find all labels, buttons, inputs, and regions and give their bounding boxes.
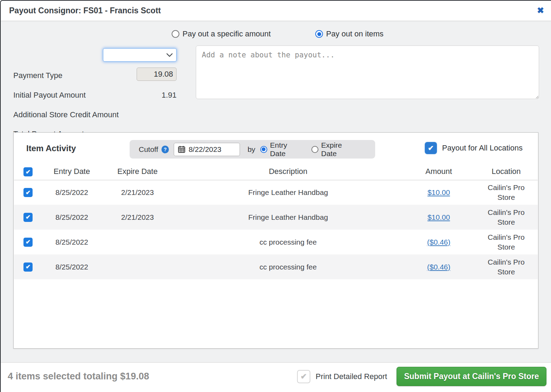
item-activity-panel: Item Activity Cutoff ? 8/22/2023 by Entr… bbox=[13, 132, 538, 349]
chevron-down-icon bbox=[166, 53, 173, 57]
payout-note-textarea[interactable] bbox=[196, 46, 539, 99]
modal-footer: 4 items selected totaling $19.08 ✔ Print… bbox=[1, 362, 551, 392]
cell-description: cc processing fee bbox=[173, 230, 403, 254]
radio-by-entry-date[interactable]: Entry Date bbox=[260, 141, 304, 158]
item-activity-table: ✔ Entry Date Expire Date Description Amo… bbox=[14, 163, 538, 279]
cutoff-date-input[interactable]: 8/22/2023 bbox=[174, 143, 240, 156]
radio-circle-icon[interactable] bbox=[172, 30, 179, 38]
table-row: ✔ 8/25/2022 2/21/2023 Fringe Leather Han… bbox=[14, 205, 538, 230]
col-entry-date: Entry Date bbox=[42, 163, 102, 180]
select-all-checkbox[interactable]: ✔ bbox=[23, 167, 33, 176]
amount-link[interactable]: ($0.46) bbox=[427, 263, 450, 271]
checkbox-checked-icon[interactable]: ✔ bbox=[425, 142, 437, 154]
cell-expire-date bbox=[102, 230, 173, 254]
initial-payout-label: Initial Payout Amount bbox=[13, 91, 86, 100]
radio-pay-items-label: Pay out on items bbox=[326, 29, 384, 38]
payout-modal: Payout Consignor: FS01 - Francis Scott ✖… bbox=[0, 0, 551, 392]
radio-circle-icon[interactable] bbox=[260, 146, 267, 153]
cell-location: Cailin's Pro Store bbox=[475, 230, 538, 254]
row-checkbox[interactable]: ✔ bbox=[23, 262, 33, 272]
calendar-icon bbox=[178, 146, 185, 153]
cell-expire-date bbox=[102, 254, 173, 279]
checkbox-disabled-check-icon[interactable]: ✔ bbox=[297, 370, 310, 383]
modal-title: Payout Consignor: FS01 - Francis Scott bbox=[9, 1, 161, 20]
radio-circle-icon[interactable] bbox=[315, 30, 323, 38]
table-header-row: ✔ Entry Date Expire Date Description Amo… bbox=[14, 163, 538, 180]
cell-entry-date: 8/25/2022 bbox=[42, 180, 102, 205]
col-expire-date: Expire Date bbox=[102, 163, 173, 180]
table-row: ✔ 8/25/2022 cc processing fee ($0.46) Ca… bbox=[14, 230, 538, 254]
cell-description: cc processing fee bbox=[173, 254, 403, 279]
payment-type-select[interactable] bbox=[103, 48, 177, 62]
payout-all-locations-toggle[interactable]: ✔ Payout for All Locations bbox=[425, 142, 523, 154]
cell-entry-date: 8/25/2022 bbox=[42, 254, 102, 279]
initial-payout-input[interactable] bbox=[137, 68, 177, 81]
cell-location: Cailin's Pro Store bbox=[475, 205, 538, 230]
cell-description: Fringe Leather Handbag bbox=[173, 180, 403, 205]
col-description: Description bbox=[173, 163, 403, 180]
payment-type-label: Payment Type bbox=[13, 71, 62, 80]
modal-header: Payout Consignor: FS01 - Francis Scott ✖ bbox=[1, 1, 551, 21]
all-locations-label: Payout for All Locations bbox=[442, 144, 523, 153]
store-credit-label: Additional Store Credit Amount bbox=[13, 110, 119, 119]
expire-date-option-label: Expire Date bbox=[321, 141, 359, 158]
radio-pay-on-items[interactable]: Pay out on items bbox=[315, 29, 384, 38]
by-label: by bbox=[248, 145, 255, 154]
table-row: ✔ 8/25/2022 2/21/2023 Fringe Leather Han… bbox=[14, 180, 538, 205]
entry-date-option-label: Entry Date bbox=[270, 141, 304, 158]
table-row: ✔ 8/25/2022 cc processing fee ($0.46) Ca… bbox=[14, 254, 538, 279]
selection-summary: 4 items selected totaling $19.08 bbox=[8, 371, 149, 382]
radio-by-expire-date[interactable]: Expire Date bbox=[311, 141, 359, 158]
radio-pay-specific-amount[interactable]: Pay out a specific amount bbox=[172, 29, 271, 38]
print-detailed-report-toggle[interactable]: ✔ Print Detailed Report bbox=[297, 370, 387, 383]
row-checkbox[interactable]: ✔ bbox=[23, 238, 33, 247]
radio-circle-icon[interactable] bbox=[311, 146, 318, 153]
store-credit-value: 1.91 bbox=[137, 91, 177, 100]
amount-link[interactable]: ($0.46) bbox=[427, 238, 450, 246]
amount-link[interactable]: $10.00 bbox=[427, 213, 450, 221]
cell-location: Cailin's Pro Store bbox=[475, 180, 538, 205]
col-location: Location bbox=[475, 163, 538, 180]
print-report-label: Print Detailed Report bbox=[316, 372, 387, 381]
item-activity-title: Item Activity bbox=[26, 144, 76, 153]
cell-entry-date: 8/25/2022 bbox=[42, 205, 102, 230]
cutoff-date-value: 8/22/2023 bbox=[188, 145, 221, 154]
col-amount: Amount bbox=[403, 163, 475, 180]
cell-entry-date: 8/25/2022 bbox=[42, 230, 102, 254]
close-icon[interactable]: ✖ bbox=[537, 1, 544, 20]
cutoff-label: Cutoff bbox=[139, 145, 158, 154]
cell-expire-date: 2/21/2023 bbox=[102, 180, 173, 205]
cell-location: Cailin's Pro Store bbox=[475, 254, 538, 279]
help-icon[interactable]: ? bbox=[161, 146, 169, 153]
cell-expire-date: 2/21/2023 bbox=[102, 205, 173, 230]
cell-description: Fringe Leather Handbag bbox=[173, 205, 403, 230]
submit-payout-button[interactable]: Submit Payout at Cailin's Pro Store bbox=[397, 367, 546, 386]
row-checkbox[interactable]: ✔ bbox=[23, 188, 33, 197]
cutoff-toolbar: Cutoff ? 8/22/2023 by Entry Date Expire … bbox=[130, 140, 375, 159]
modal-body: Pay out a specific amount Pay out on ite… bbox=[1, 21, 551, 362]
row-checkbox[interactable]: ✔ bbox=[23, 213, 33, 222]
radio-pay-specific-label: Pay out a specific amount bbox=[182, 29, 271, 38]
amount-link[interactable]: $10.00 bbox=[427, 188, 450, 196]
